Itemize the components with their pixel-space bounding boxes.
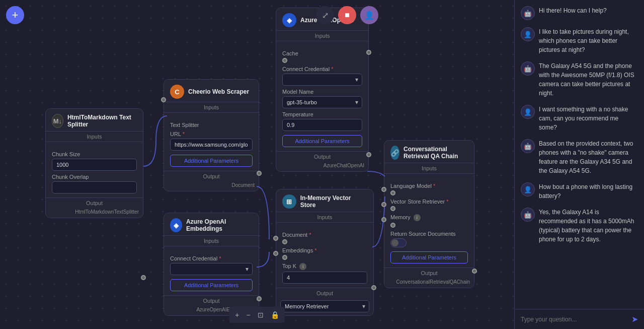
html-markdown-title: HtmlToMarkdown Text Splitter xyxy=(67,114,137,128)
zoom-out-btn[interactable]: − xyxy=(244,309,254,321)
return-source-toggle[interactable] xyxy=(390,238,407,247)
conv-output-right-dot xyxy=(472,269,477,274)
chat-message: 👤I like to take pictures during night, w… xyxy=(521,27,638,54)
azure-chat-cred-label: Connect Credential * xyxy=(282,66,362,72)
in-memory-topk-input[interactable] xyxy=(282,272,367,284)
chat-input-area: ➤ xyxy=(515,309,644,329)
user-button[interactable]: 👤 xyxy=(360,6,378,24)
azure-chat-model-label: Model Name xyxy=(282,89,362,95)
bot-avatar: 🤖 xyxy=(521,61,535,76)
conversational-title: Conversational Retrieval QA Chain xyxy=(404,146,468,160)
add-node-button[interactable]: + xyxy=(6,6,24,24)
bot-avatar: 🤖 xyxy=(521,6,535,20)
chat-bubble-text: The Galaxy A54 5G and the phone with the… xyxy=(539,61,638,98)
azure-chat-output-section: Output xyxy=(276,151,368,162)
azure-embeddings-title: Azure OpenAI Embeddings xyxy=(186,218,253,232)
chat-message: 🤖The Galaxy A54 5G and the phone with th… xyxy=(521,61,638,98)
cheerio-section: Inputs xyxy=(164,102,259,113)
chunk-size-label: Chunk Size xyxy=(52,151,137,157)
node-in-memory-vector: ⊞ In-Memory Vector Store Inputs Document… xyxy=(276,189,374,316)
chat-bubble-text: Hi there! How can I help? xyxy=(539,6,607,15)
flow-canvas[interactable]: + ⤢ ■ 👤 M↓ HtmlToMarkdown Text Splitter … xyxy=(0,0,514,329)
chat-bubble-text: Based on the provided context, two phone… xyxy=(539,139,638,175)
in-memory-embed-label: Embeddings * xyxy=(282,247,367,253)
memory-info-icon: i xyxy=(414,214,421,221)
conversational-output-name: ConversationalRetrievalQAChain xyxy=(384,278,474,288)
cheerio-output-name: Document xyxy=(164,181,259,191)
toggle-knob xyxy=(391,239,398,246)
cheerio-additional-params-btn[interactable]: Additional Parameters xyxy=(170,155,253,167)
azure-chat-cred-select[interactable] xyxy=(282,74,362,86)
html-markdown-output-dot xyxy=(141,275,146,280)
stop-button[interactable]: ■ xyxy=(338,6,356,24)
chat-message: 👤How bout a phone with long lasting batt… xyxy=(521,182,638,201)
azure-embeddings-additional-params-btn[interactable]: Additional Parameters xyxy=(170,279,253,291)
conversational-additional-params-btn[interactable]: Additional Parameters xyxy=(390,251,468,264)
conversational-icon: 🔗 xyxy=(390,146,399,160)
azure-chat-cache-conn-dot xyxy=(366,50,371,55)
in-memory-topk-label: Top K i xyxy=(282,263,367,270)
in-memory-doc-label: Document * xyxy=(282,232,367,238)
chat-input[interactable] xyxy=(521,316,627,323)
azure-chat-temp-input[interactable] xyxy=(282,119,362,131)
azure-embeddings-section: Inputs xyxy=(164,235,259,246)
in-memory-doc-dot xyxy=(282,239,287,244)
azure-chat-cache-label: Cache xyxy=(282,50,362,56)
html-markdown-output-section: Output xyxy=(46,198,143,208)
azure-embeddings-cred-label: Connect Credential * xyxy=(170,255,253,261)
azure-chat-cache-dot xyxy=(282,58,287,63)
chunk-size-input[interactable] xyxy=(52,159,137,171)
expand-button[interactable]: ⤢ xyxy=(316,6,334,24)
cheerio-url-input[interactable] xyxy=(170,139,253,151)
azure-embeddings-cred-select[interactable] xyxy=(170,263,253,275)
chat-message: 🤖Yes, the Galaxy A14 is recommended as i… xyxy=(521,208,638,244)
node-azure-chatopenai: ◈ Azure ChatOpenAI Inputs Cache Connect … xyxy=(276,8,369,172)
html-markdown-output-name: HtmlToMarkdownTextSplitter xyxy=(46,208,143,218)
zoom-in-btn[interactable]: + xyxy=(232,309,242,321)
lang-model-label: Language Model * xyxy=(390,183,468,189)
vector-store-label: Vector Store Retriever * xyxy=(390,199,468,205)
topk-info-icon: i xyxy=(299,263,306,270)
in-memory-title: In-Memory Vector Store xyxy=(300,194,367,209)
azure-chat-additional-params-btn[interactable]: Additional Parameters xyxy=(282,135,362,147)
azure-chat-icon: ◈ xyxy=(282,13,296,27)
azure-chat-model-select[interactable]: gpt-35-turbo xyxy=(282,96,362,108)
return-source-label: Return Source Documents xyxy=(390,231,468,237)
in-memory-output-section: Output xyxy=(276,288,373,298)
memory-dot xyxy=(390,223,395,228)
in-memory-embed-dot xyxy=(282,255,287,260)
send-button[interactable]: ➤ xyxy=(631,314,638,324)
azure-chat-output-dot xyxy=(366,152,371,157)
azure-chat-section: Inputs xyxy=(276,30,368,41)
chunk-overlap-input[interactable] xyxy=(52,181,137,193)
bot-avatar: 🤖 xyxy=(521,139,535,153)
azure-chat-output-name: AzureChatOpenAI xyxy=(276,162,368,171)
chat-message: 🤖Based on the provided context, two phon… xyxy=(521,139,638,175)
bot-avatar: 🤖 xyxy=(521,208,535,222)
in-memory-retriever-select[interactable]: Memory Retriever xyxy=(280,300,369,312)
lock-btn[interactable]: 🔒 xyxy=(268,309,282,321)
azure-embeddings-output-dot xyxy=(257,296,262,301)
memory-label: Memory i xyxy=(390,214,468,221)
chat-bubble-text: Yes, the Galaxy A14 is recommended as it… xyxy=(539,208,638,244)
azure-embeddings-icon: ◈ xyxy=(170,218,182,232)
conversational-section: Inputs xyxy=(384,163,474,174)
chat-bubble-text: How bout a phone with long lasting batte… xyxy=(539,182,638,201)
node-conversational-retrieval: 🔗 Conversational Retrieval QA Chain Inpu… xyxy=(384,140,474,288)
in-memory-embed-left-dot xyxy=(273,251,278,256)
cheerio-doc-output-dot xyxy=(257,171,262,176)
azure-chat-temp-label: Temperature xyxy=(282,111,362,117)
chat-message: 👤I want something with a no shake cam, c… xyxy=(521,105,638,132)
in-memory-doc-left-dot xyxy=(273,236,278,241)
user-avatar: 👤 xyxy=(521,182,535,196)
cheerio-title: Cheerio Web Scraper xyxy=(188,88,249,95)
azure-embeddings-output-section: Output xyxy=(164,295,259,306)
cheerio-text-splitter-label: Text Splitter xyxy=(170,122,253,128)
in-memory-output-dot xyxy=(371,285,376,290)
conv-lang-left-dot xyxy=(381,187,386,192)
chat-panel: 🤖Hi there! How can I help?👤I like to tak… xyxy=(514,0,644,329)
fit-btn[interactable]: ⊡ xyxy=(255,309,267,321)
conv-vector-left-dot xyxy=(381,202,386,207)
node-cheerio: C Cheerio Web Scraper Inputs Text Splitt… xyxy=(164,79,259,191)
cheerio-url-label: URL * xyxy=(170,131,253,137)
